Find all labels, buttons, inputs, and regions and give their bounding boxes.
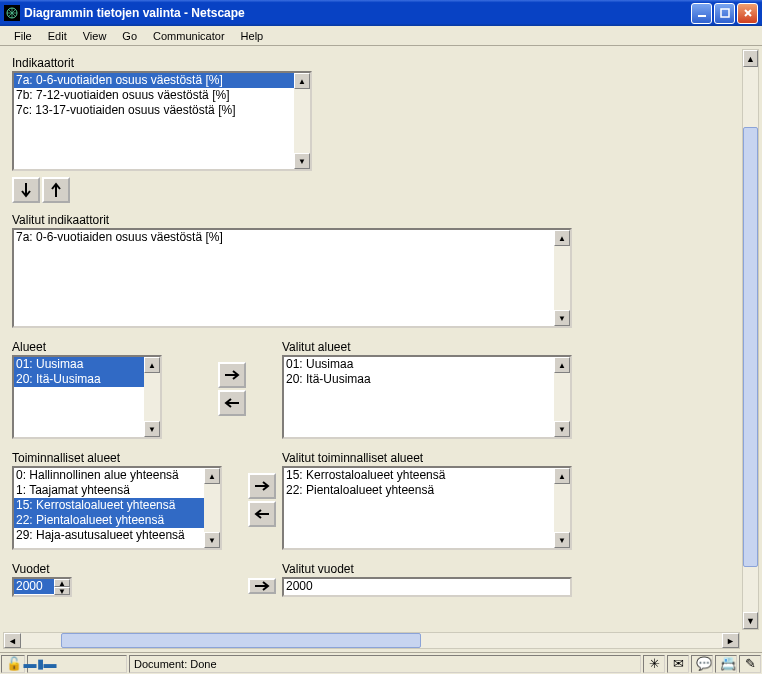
app-icon — [4, 5, 20, 21]
lock-icon: 🔓 — [6, 656, 22, 672]
arrow-left-icon — [254, 508, 270, 520]
status-text: Document: Done — [134, 658, 217, 670]
list-item[interactable]: 22: Pientaloalueet yhteensä — [284, 483, 554, 498]
list-item[interactable]: 7c: 13-17-vuotiaiden osuus väestöstä [%] — [14, 103, 294, 118]
discuss-icon[interactable]: 💬 — [696, 656, 712, 672]
client-area: Indikaattorit 7a: 0-6-vuotiaiden osuus v… — [0, 46, 762, 652]
listbox-valitut-alueet[interactable]: 01: Uusimaa 20: Itä-Uusimaa ▲▼ — [282, 355, 572, 439]
scroll-down-icon[interactable]: ▼ — [743, 612, 758, 629]
menu-view[interactable]: View — [75, 28, 115, 44]
menu-go[interactable]: Go — [114, 28, 145, 44]
remove-alue-button[interactable] — [218, 390, 246, 416]
move-down-button[interactable] — [12, 177, 40, 203]
menu-help[interactable]: Help — [233, 28, 272, 44]
scroll-right-icon[interactable]: ► — [722, 633, 739, 648]
navigator-icon[interactable]: ✳ — [648, 656, 660, 672]
list-item[interactable]: 7b: 7-12-vuotiaiden osuus väestöstä [%] — [14, 88, 294, 103]
list-item[interactable]: 1: Taajamat yhteensä — [14, 483, 204, 498]
addressbook-icon[interactable]: 📇 — [720, 656, 736, 672]
add-toiminnallinen-button[interactable] — [248, 473, 276, 499]
list-item[interactable]: 20: Itä-Uusimaa — [284, 372, 554, 387]
listbox-scrollbar[interactable]: ▲▼ — [54, 579, 70, 595]
list-item[interactable]: 2000 — [14, 579, 54, 594]
label-valitut-indikaattorit: Valitut indikaattorit — [12, 213, 734, 227]
scroll-thumb[interactable] — [61, 633, 421, 648]
mail-icon[interactable]: ✉ — [672, 656, 684, 672]
listbox-indikaattorit[interactable]: 7a: 0-6-vuotiaiden osuus väestöstä [%] 7… — [12, 71, 312, 171]
titlebar: Diagrammin tietojen valinta - Netscape — [0, 0, 762, 26]
scroll-thumb[interactable] — [743, 127, 758, 567]
label-valitut-toiminnalliset: Valitut toiminnalliset alueet — [282, 451, 734, 465]
menu-communicator[interactable]: Communicator — [145, 28, 233, 44]
label-valitut-alueet: Valitut alueet — [282, 340, 734, 354]
progress-icon: ▬▮▬ — [32, 656, 48, 672]
svg-rect-2 — [721, 9, 729, 17]
content-horizontal-scrollbar[interactable]: ◄ ► — [3, 632, 740, 649]
listbox-vuodet[interactable]: 2000 ▲▼ — [12, 577, 72, 597]
menu-edit[interactable]: Edit — [40, 28, 75, 44]
list-item[interactable]: 7a: 0-6-vuotiaiden osuus väestöstä [%] — [14, 73, 294, 88]
arrow-down-icon — [20, 182, 32, 198]
listbox-toiminnalliset[interactable]: 0: Hallinnollinen alue yhteensä 1: Taaja… — [12, 466, 222, 550]
page-content: Indikaattorit 7a: 0-6-vuotiaiden osuus v… — [6, 50, 740, 630]
add-alue-button[interactable] — [218, 362, 246, 388]
statusbar: 🔓 ▬▮▬ Document: Done ✳ ✉ 💬 📇 ✎ — [0, 652, 762, 674]
minimize-button[interactable] — [691, 3, 712, 24]
scroll-left-icon[interactable]: ◄ — [4, 633, 21, 648]
list-item[interactable]: 15: Kerrostaloalueet yhteensä — [284, 468, 554, 483]
list-item[interactable]: 7a: 0-6-vuotiaiden osuus väestöstä [%] — [14, 230, 554, 245]
close-button[interactable] — [737, 3, 758, 24]
label-vuodet: Vuodet — [12, 562, 242, 576]
list-item[interactable]: 15: Kerrostaloalueet yhteensä — [14, 498, 204, 513]
label-alueet: Alueet — [12, 340, 182, 354]
composer-icon[interactable]: ✎ — [744, 656, 756, 672]
add-vuosi-button[interactable] — [248, 578, 276, 594]
svg-rect-1 — [698, 15, 706, 17]
arrow-left-icon — [224, 397, 240, 409]
arrow-right-icon — [224, 369, 240, 381]
label-toiminnalliset: Toiminnalliset alueet — [12, 451, 242, 465]
label-valitut-vuodet: Valitut vuodet — [282, 562, 734, 576]
list-item[interactable]: 0: Hallinnollinen alue yhteensä — [14, 468, 204, 483]
listbox-valitut-toiminnalliset[interactable]: 15: Kerrostaloalueet yhteensä 22: Pienta… — [282, 466, 572, 550]
listbox-scrollbar[interactable]: ▲▼ — [294, 73, 310, 169]
move-up-button[interactable] — [42, 177, 70, 203]
arrow-up-icon — [50, 182, 62, 198]
maximize-button[interactable] — [714, 3, 735, 24]
listbox-scrollbar[interactable]: ▲▼ — [554, 230, 570, 326]
menu-file[interactable]: File — [6, 28, 40, 44]
listbox-scrollbar[interactable]: ▲▼ — [204, 468, 220, 548]
list-item[interactable]: 01: Uusimaa — [284, 357, 554, 372]
menubar: File Edit View Go Communicator Help — [0, 26, 762, 46]
arrow-right-icon — [254, 581, 270, 591]
window-title: Diagrammin tietojen valinta - Netscape — [24, 6, 691, 20]
listbox-scrollbar[interactable]: ▲▼ — [554, 468, 570, 548]
list-item[interactable]: 20: Itä-Uusimaa — [14, 372, 144, 387]
list-item[interactable]: 29: Haja-asutusalueet yhteensä — [14, 528, 204, 543]
arrow-right-icon — [254, 480, 270, 492]
listbox-valitut-indikaattorit[interactable]: 7a: 0-6-vuotiaiden osuus väestöstä [%] ▲… — [12, 228, 572, 328]
scroll-corner — [742, 632, 759, 649]
listbox-alueet[interactable]: 01: Uusimaa 20: Itä-Uusimaa ▲▼ — [12, 355, 162, 439]
content-vertical-scrollbar[interactable]: ▲ ▼ — [742, 49, 759, 630]
remove-toiminnallinen-button[interactable] — [248, 501, 276, 527]
listbox-scrollbar[interactable]: ▲▼ — [144, 357, 160, 437]
label-indikaattorit: Indikaattorit — [12, 56, 734, 70]
scroll-up-icon[interactable]: ▲ — [743, 50, 758, 67]
listbox-valitut-vuodet[interactable]: 2000 — [282, 577, 572, 597]
list-item[interactable]: 22: Pientaloalueet yhteensä — [14, 513, 204, 528]
list-item[interactable]: 2000 — [284, 579, 570, 594]
listbox-scrollbar[interactable]: ▲▼ — [554, 357, 570, 437]
list-item[interactable]: 01: Uusimaa — [14, 357, 144, 372]
